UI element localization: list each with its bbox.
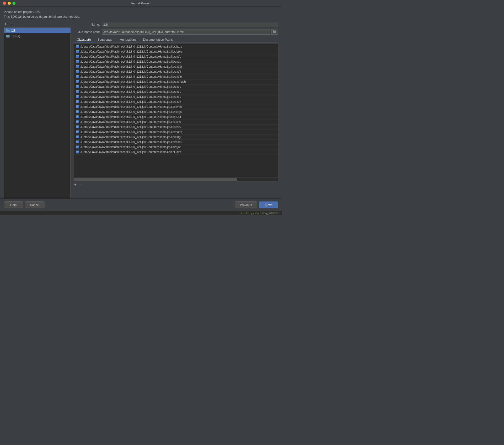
svg-rect-97	[76, 132, 78, 133]
description-line1: Please select project SDK.	[4, 10, 278, 14]
next-button[interactable]: Next	[259, 202, 278, 208]
jdk-path-input[interactable]	[102, 29, 270, 35]
remove-path-button[interactable]: −	[79, 183, 83, 187]
svg-rect-76	[76, 112, 78, 112]
name-label: Name:	[73, 23, 100, 26]
path-list-item[interactable]: /Library/Java/JavaVirtualMachines/jdk1.8…	[74, 104, 278, 110]
svg-rect-36	[76, 72, 78, 72]
help-button[interactable]: Help	[4, 202, 23, 208]
sdk-item-1.8[interactable]: 1.8	[4, 28, 71, 33]
svg-rect-94	[76, 130, 79, 131]
path-list-item[interactable]: /Library/Java/JavaVirtualMachines/jdk1.8…	[74, 110, 278, 114]
bottom-toolbar: + −	[73, 182, 278, 188]
tab-classpath[interactable]: Classpath	[73, 37, 94, 43]
path-list-item[interactable]: /Library/Java/JavaVirtualMachines/jdk1.8…	[74, 64, 278, 69]
svg-rect-10	[76, 46, 78, 46]
jar-icon	[76, 105, 79, 109]
path-list-item[interactable]: /Library/Java/JavaVirtualMachines/jdk1.8…	[74, 145, 278, 150]
tab-documentation[interactable]: Documentation Paths	[140, 37, 176, 42]
svg-rect-52	[76, 87, 78, 88]
svg-rect-85	[76, 121, 78, 122]
svg-rect-21	[76, 57, 78, 57]
minimize-button[interactable]	[8, 2, 11, 5]
path-list-item[interactable]: /Library/Java/JavaVirtualMachines/jdk1.8…	[74, 84, 278, 89]
remove-sdk-button[interactable]: −	[9, 22, 13, 26]
svg-rect-109	[76, 146, 79, 147]
browse-button[interactable]	[271, 29, 278, 35]
horizontal-scrollbar[interactable]	[73, 178, 278, 181]
svg-rect-39	[76, 75, 79, 76]
folder-icon	[6, 29, 10, 32]
tab-annotations[interactable]: Annotations	[117, 37, 140, 42]
jdk-path-label: JDK home path:	[73, 30, 100, 34]
name-field-row: Name:	[73, 22, 278, 27]
tabs-row: Classpath Sourcepath Annotations Documen…	[73, 37, 278, 43]
svg-rect-9	[76, 45, 79, 46]
jar-icon	[76, 130, 79, 134]
path-text: /Library/Java/JavaVirtualMachines/jdk1.8…	[80, 150, 181, 154]
path-list-item[interactable]: /Library/Java/JavaVirtualMachines/jdk1.8…	[74, 150, 278, 155]
path-list-item[interactable]: /Library/Java/JavaVirtualMachines/jdk1.8…	[74, 114, 278, 119]
svg-rect-79	[76, 115, 79, 116]
close-button[interactable]	[3, 2, 6, 5]
svg-rect-115	[76, 151, 78, 152]
svg-rect-102	[76, 137, 78, 138]
paths-list: /Library/Java/JavaVirtualMachines/jdk1.8…	[73, 44, 278, 178]
url-text: https://blog.csdn.net/qq_34829911	[240, 212, 280, 215]
jar-icon	[76, 80, 79, 83]
jar-icon	[76, 85, 79, 88]
path-input-row	[102, 29, 278, 35]
main-content: Please select project SDK. This SDK will…	[0, 7, 282, 198]
svg-rect-82	[76, 117, 78, 118]
svg-rect-70	[76, 106, 78, 107]
cancel-button[interactable]: Cancel	[25, 202, 44, 208]
svg-rect-100	[76, 136, 78, 137]
maximize-button[interactable]	[12, 2, 16, 5]
svg-rect-61	[76, 97, 78, 97]
svg-rect-12	[76, 47, 78, 47]
svg-rect-25	[76, 61, 78, 61]
previous-button[interactable]: Previous	[235, 202, 257, 208]
jar-icon	[76, 135, 79, 139]
path-list-item[interactable]: /Library/Java/JavaVirtualMachines/jdk1.8…	[74, 125, 278, 130]
path-list-item[interactable]: /Library/Java/JavaVirtualMachines/jdk1.8…	[74, 119, 278, 125]
path-list-item[interactable]: /Library/Java/JavaVirtualMachines/jdk1.8…	[74, 99, 278, 104]
jar-icon	[76, 50, 79, 53]
jar-icon	[76, 120, 79, 124]
path-list-item[interactable]: /Library/Java/JavaVirtualMachines/jdk1.8…	[74, 49, 278, 54]
svg-rect-71	[76, 107, 78, 107]
path-list-item[interactable]: /Library/Java/JavaVirtualMachines/jdk1.8…	[74, 89, 278, 94]
path-list-item[interactable]: /Library/Java/JavaVirtualMachines/jdk1.8…	[74, 74, 278, 79]
body-area: + − 1.8	[4, 22, 278, 198]
svg-rect-101	[76, 137, 78, 137]
jar-icon	[76, 140, 79, 144]
jar-icon	[76, 75, 79, 78]
path-text: /Library/Java/JavaVirtualMachines/jdk1.8…	[80, 50, 182, 53]
jar-icon	[76, 110, 79, 113]
left-panel: + − 1.8	[4, 22, 71, 198]
add-sdk-button[interactable]: +	[4, 22, 7, 26]
tab-sourcepath[interactable]: Sourcepath	[94, 37, 117, 42]
path-text: /Library/Java/JavaVirtualMachines/jdk1.8…	[80, 90, 181, 93]
svg-rect-16	[76, 52, 78, 52]
path-text: /Library/Java/JavaVirtualMachines/jdk1.8…	[80, 65, 182, 68]
svg-rect-74	[76, 111, 79, 111]
name-input[interactable]	[102, 22, 278, 27]
sdk-item-1.8-1[interactable]: 1.8 (1)	[4, 33, 71, 39]
path-list-item[interactable]: /Library/Java/JavaVirtualMachines/jdk1.8…	[74, 79, 278, 84]
sdk-item-1.8-1-label: 1.8 (1)	[11, 34, 20, 38]
add-path-button[interactable]: +	[73, 183, 77, 187]
path-list-item[interactable]: /Library/Java/JavaVirtualMachines/jdk1.8…	[74, 59, 278, 64]
path-list-item[interactable]: /Library/Java/JavaVirtualMachines/jdk1.8…	[74, 44, 278, 49]
path-list-item[interactable]: /Library/Java/JavaVirtualMachines/jdk1.8…	[74, 140, 278, 145]
path-list-item[interactable]: /Library/Java/JavaVirtualMachines/jdk1.8…	[74, 94, 278, 99]
description: Please select project SDK. This SDK will…	[4, 10, 278, 19]
path-list-item[interactable]: /Library/Java/JavaVirtualMachines/jdk1.8…	[74, 134, 278, 140]
path-list-item[interactable]: /Library/Java/JavaVirtualMachines/jdk1.8…	[74, 69, 278, 74]
path-list-item[interactable]: /Library/Java/JavaVirtualMachines/jdk1.8…	[74, 130, 278, 134]
path-list-item[interactable]: /Library/Java/JavaVirtualMachines/jdk1.8…	[74, 54, 278, 59]
svg-rect-35	[76, 71, 78, 72]
svg-rect-105	[76, 142, 78, 142]
jar-icon	[76, 65, 79, 68]
footer: Help Cancel Previous Next	[0, 198, 282, 211]
